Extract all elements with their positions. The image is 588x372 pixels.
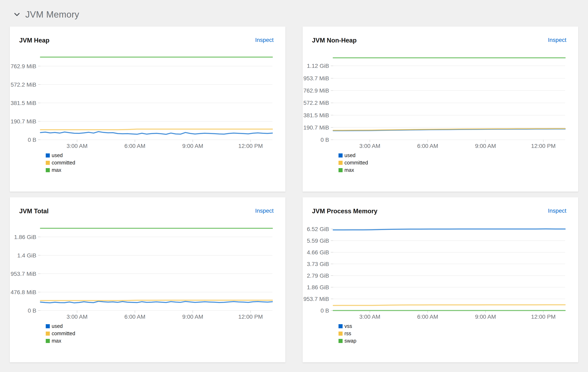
chart-card-header: JVM TotalInspect: [10, 197, 285, 215]
legend-label: max: [52, 338, 61, 344]
x-axis-label: 3:00 AM: [67, 143, 88, 149]
x-axis-label: 12:00 PM: [238, 314, 263, 320]
chart-card-jvm-process-memory: JVM Process MemoryInspect0 B953.7 MiB1.8…: [303, 197, 578, 362]
panel-title: JVM Heap: [19, 37, 49, 44]
y-axis-label: 190.7 MiB: [303, 124, 329, 131]
legend-label: rss: [345, 330, 351, 336]
legend-marker-committed: [338, 161, 343, 165]
section-header-jvm-memory[interactable]: JVM Memory: [13, 9, 578, 20]
legend-marker-swap: [338, 339, 343, 343]
inspect-link[interactable]: Inspect: [255, 208, 273, 214]
legend-item-max: max: [46, 167, 285, 173]
x-axis-label: 6:00 AM: [124, 314, 145, 320]
x-axis-label: 3:00 AM: [359, 143, 380, 149]
x-axis-label: 6:00 AM: [417, 314, 438, 320]
y-axis-label: 572.2 MiB: [10, 82, 36, 88]
chart-legend: vssrssswap: [338, 323, 578, 344]
legend-label: max: [52, 167, 61, 173]
legend-marker-max: [338, 168, 343, 172]
legend-marker-rss: [338, 331, 343, 336]
legend-label: committed: [52, 330, 75, 336]
chart-canvas-jvm-process-memory[interactable]: 0 B953.7 MiB1.86 GiB2.79 GiB3.73 GiB4.66…: [303, 224, 578, 320]
y-axis-label: 953.7 MiB: [303, 75, 329, 82]
panel-title: JVM Non-Heap: [312, 37, 357, 44]
panel-title: JVM Total: [19, 208, 49, 215]
x-axis-label: 6:00 AM: [417, 143, 438, 149]
inspect-link[interactable]: Inspect: [548, 208, 566, 214]
y-axis-label: 572.2 MiB: [303, 100, 329, 106]
chart-card-jvm-total: JVM TotalInspect0 B476.8 MiB953.7 MiB1.4…: [10, 197, 285, 362]
chart-card-header: JVM Process MemoryInspect: [303, 197, 578, 215]
legend-marker-max: [46, 168, 50, 172]
y-axis-label: 2.79 GiB: [307, 273, 329, 279]
legend-label: vss: [345, 323, 352, 329]
series-line-committed: [41, 300, 272, 300]
x-axis-label: 12:00 PM: [531, 143, 556, 149]
legend-marker-vss: [338, 324, 343, 328]
y-axis-label: 476.8 MiB: [10, 289, 36, 295]
legend-label: used: [345, 152, 356, 158]
legend-item-vss: vss: [338, 323, 578, 329]
chart-legend: usedcommittedmax: [46, 323, 285, 344]
legend-marker-max: [46, 339, 50, 343]
y-axis-label: 1.86 GiB: [14, 234, 36, 240]
legend-item-used: used: [338, 152, 578, 158]
series-line-used: [41, 301, 272, 303]
y-axis-label: 953.7 MiB: [303, 296, 329, 302]
legend-item-committed: committed: [46, 160, 285, 166]
series-line-used: [41, 132, 272, 134]
inspect-link[interactable]: Inspect: [255, 37, 273, 43]
x-axis-label: 9:00 AM: [475, 314, 496, 320]
y-axis-label: 0 B: [321, 308, 329, 314]
y-axis-label: 0 B: [28, 137, 36, 143]
y-axis-label: 190.7 MiB: [10, 118, 36, 125]
chart-legend: usedcommittedmax: [338, 152, 578, 173]
y-axis-label: 1.86 GiB: [307, 284, 329, 290]
x-axis-label: 12:00 PM: [238, 143, 263, 149]
y-axis-label: 1.4 GiB: [17, 252, 36, 259]
legend-label: committed: [345, 160, 368, 166]
y-axis-label: 381.5 MiB: [303, 112, 329, 118]
inspect-link[interactable]: Inspect: [548, 37, 566, 43]
chart-card-jvm-heap: JVM HeapInspect0 B190.7 MiB381.5 MiB572.…: [10, 27, 285, 191]
legend-marker-committed: [46, 161, 50, 165]
legend-item-used: used: [46, 152, 285, 158]
y-axis-label: 0 B: [28, 308, 36, 314]
y-axis-label: 1.12 GiB: [307, 63, 329, 69]
y-axis-label: 4.66 GiB: [307, 249, 329, 255]
section-title: JVM Memory: [25, 9, 79, 20]
y-axis-label: 762.9 MiB: [303, 87, 329, 94]
legend-marker-committed: [46, 331, 50, 336]
dashboard-grid: JVM HeapInspect0 B190.7 MiB381.5 MiB572.…: [10, 27, 578, 362]
chart-canvas-jvm-total[interactable]: 0 B476.8 MiB953.7 MiB1.4 GiB1.86 GiB3:00…: [10, 224, 285, 320]
legend-marker-used: [46, 153, 50, 158]
legend-item-committed: committed: [338, 160, 578, 166]
legend-item-max: max: [338, 167, 578, 173]
y-axis-label: 5.59 GiB: [307, 238, 329, 244]
y-axis-label: 953.7 MiB: [10, 271, 36, 277]
y-axis-label: 0 B: [321, 137, 329, 143]
y-axis-label: 381.5 MiB: [10, 100, 36, 106]
legend-label: swap: [345, 338, 356, 344]
chart-canvas-jvm-heap[interactable]: 0 B190.7 MiB381.5 MiB572.2 MiB762.9 MiB3…: [10, 53, 285, 149]
x-axis-label: 3:00 AM: [67, 314, 88, 320]
legend-item-used: used: [46, 323, 285, 329]
chart-canvas-jvm-non-heap[interactable]: 0 B190.7 MiB381.5 MiB572.2 MiB762.9 MiB9…: [303, 53, 578, 149]
chevron-down-icon[interactable]: [13, 11, 21, 18]
y-axis-label: 3.73 GiB: [307, 261, 329, 267]
legend-label: used: [52, 152, 63, 158]
series-line-rss: [333, 305, 565, 305]
legend-label: used: [52, 323, 63, 329]
legend-item-rss: rss: [338, 330, 578, 336]
dashboard-page: JVM Memory JVM HeapInspect0 B190.7 MiB38…: [0, 0, 588, 362]
legend-label: committed: [52, 160, 75, 166]
legend-marker-used: [338, 153, 343, 158]
x-axis-label: 9:00 AM: [182, 143, 203, 149]
y-axis-label: 762.9 MiB: [10, 63, 36, 69]
legend-item-committed: committed: [46, 330, 285, 336]
series-line-committed: [41, 129, 272, 130]
legend-item-max: max: [46, 338, 285, 344]
legend-label: max: [345, 167, 354, 173]
x-axis-label: 9:00 AM: [182, 314, 203, 320]
y-axis-label: 6.52 GiB: [307, 226, 329, 232]
